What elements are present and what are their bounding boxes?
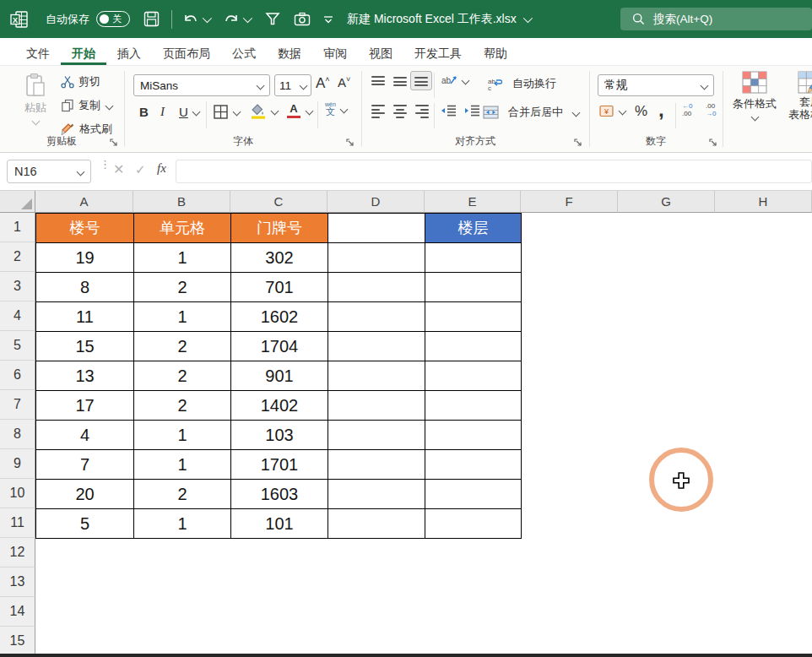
cell-E7[interactable]	[425, 391, 522, 421]
cell-B9[interactable]: 1	[134, 450, 231, 480]
cell-D9[interactable]	[328, 450, 425, 480]
cell-B1[interactable]: 单元格	[134, 214, 231, 243]
increase-font-size-button[interactable]: A˄	[316, 75, 330, 92]
camera-icon[interactable]	[294, 12, 311, 26]
cell-A7[interactable]: 17	[36, 391, 134, 421]
tab-插入[interactable]: 插入	[106, 47, 152, 65]
cell-B8[interactable]: 1	[134, 421, 231, 450]
font-size-combo[interactable]: 11	[274, 74, 311, 96]
wrap-text-button[interactable]: abc 自动换行	[488, 76, 556, 91]
align-center-button[interactable]	[393, 105, 407, 118]
redo-icon[interactable]	[223, 12, 240, 27]
cell-A9[interactable]: 7	[36, 450, 134, 480]
enter-icon[interactable]: ✓	[135, 163, 146, 176]
cell-C6[interactable]: 901	[231, 361, 328, 391]
cell-D2[interactable]	[328, 243, 425, 273]
copy-button[interactable]: 复制	[61, 98, 112, 113]
formula-bar-handle[interactable]: ⋮	[100, 161, 111, 167]
autosave-toggle[interactable]: 关	[96, 11, 130, 27]
decrease-indent-button[interactable]	[441, 105, 457, 117]
cancel-icon[interactable]: ✕	[113, 163, 124, 176]
row-header-3[interactable]: 3	[0, 272, 35, 301]
search-box[interactable]: 搜索(Alt+Q)	[620, 8, 812, 30]
tab-公式[interactable]: 公式	[221, 47, 267, 65]
italic-button[interactable]: I	[160, 105, 165, 119]
row-header-14[interactable]: 14	[0, 597, 35, 627]
cell-D6[interactable]	[328, 361, 425, 391]
redo-dropdown-icon[interactable]	[243, 13, 252, 22]
cell-A11[interactable]: 5	[36, 509, 134, 539]
cell-C7[interactable]: 1402	[231, 391, 328, 421]
tab-文件[interactable]: 文件	[15, 47, 61, 65]
insert-function-icon[interactable]: fx	[157, 161, 166, 176]
alignment-dialog-launcher-icon[interactable]	[574, 138, 582, 147]
cell-C3[interactable]: 701	[231, 273, 328, 302]
tab-开发工具[interactable]: 开发工具	[403, 47, 473, 65]
cell-B6[interactable]: 2	[134, 361, 231, 391]
customize-toolbar-icon[interactable]	[323, 15, 333, 24]
tab-页面布局[interactable]: 页面布局	[152, 47, 221, 65]
filter-icon[interactable]	[265, 12, 280, 26]
align-bottom-button-selected[interactable]	[410, 71, 432, 90]
column-header-A[interactable]: A	[35, 191, 133, 213]
underline-button[interactable]: U	[179, 105, 199, 119]
row-header-8[interactable]: 8	[0, 420, 35, 449]
cell-B3[interactable]: 2	[134, 273, 231, 302]
cell-A1[interactable]: 楼号	[36, 214, 134, 243]
row-header-9[interactable]: 9	[0, 449, 35, 479]
cell-C4[interactable]: 1602	[231, 302, 328, 332]
row-header-4[interactable]: 4	[0, 301, 35, 331]
decrease-decimal-button[interactable]: .00→0	[706, 103, 716, 118]
fill-color-button[interactable]	[251, 103, 278, 119]
cell-A4[interactable]: 11	[36, 302, 134, 332]
cell-E2[interactable]	[425, 243, 522, 273]
borders-button[interactable]	[214, 105, 240, 119]
accounting-format-button[interactable]: ¥	[599, 105, 625, 117]
cell-E9[interactable]	[425, 450, 522, 480]
cell-B10[interactable]: 2	[134, 480, 231, 509]
row-header-12[interactable]: 12	[0, 538, 35, 567]
font-color-button[interactable]: A	[287, 103, 312, 118]
increase-indent-button[interactable]	[464, 105, 480, 117]
phonetic-guide-button[interactable]: wén文	[325, 101, 347, 117]
format-as-table-button[interactable]: 套用表格格式	[783, 71, 812, 122]
cell-A2[interactable]: 19	[36, 243, 134, 273]
align-left-button[interactable]	[371, 105, 385, 118]
cell-D5[interactable]	[328, 332, 425, 361]
cell-D11[interactable]	[328, 509, 425, 539]
cell-C5[interactable]: 1704	[231, 332, 328, 361]
increase-decimal-button[interactable]: ←0.00	[682, 103, 692, 118]
save-icon[interactable]	[143, 11, 160, 27]
cell-E10[interactable]	[425, 480, 522, 509]
row-header-5[interactable]: 5	[0, 331, 35, 361]
cell-B5[interactable]: 2	[134, 332, 231, 361]
orientation-button[interactable]: ab	[441, 73, 468, 88]
row-header-11[interactable]: 11	[0, 508, 35, 538]
name-box[interactable]: N16	[7, 160, 91, 183]
cell-E1[interactable]: 楼层	[425, 214, 522, 243]
row-header-1[interactable]: 1	[0, 213, 35, 242]
tab-审阅[interactable]: 审阅	[312, 47, 358, 65]
number-dialog-launcher-icon[interactable]	[709, 138, 717, 147]
cell-D7[interactable]	[328, 391, 425, 421]
cell-C11[interactable]: 101	[231, 509, 328, 539]
percent-style-button[interactable]: %	[635, 103, 647, 120]
column-header-F[interactable]: F	[521, 191, 618, 213]
font-dialog-launcher-icon[interactable]	[346, 138, 355, 147]
select-all-button[interactable]	[0, 191, 35, 213]
title-dropdown-icon[interactable]	[522, 13, 532, 22]
cell-C9[interactable]: 1701	[231, 450, 328, 480]
cell-E3[interactable]	[425, 273, 522, 302]
paste-button[interactable]: 粘贴	[17, 73, 54, 124]
cell-C8[interactable]: 103	[231, 421, 328, 450]
row-header-10[interactable]: 10	[0, 479, 35, 508]
font-name-combo[interactable]: MiSans	[133, 74, 270, 96]
row-header-7[interactable]: 7	[0, 390, 35, 420]
clipboard-dialog-launcher-icon[interactable]	[110, 138, 118, 147]
merge-center-button[interactable]: 合并后居中	[483, 105, 579, 120]
align-top-button[interactable]	[371, 76, 385, 87]
tab-数据[interactable]: 数据	[267, 47, 312, 65]
number-format-combo[interactable]: 常规	[598, 74, 714, 96]
cell-C10[interactable]: 1603	[231, 480, 328, 509]
align-middle-button[interactable]	[393, 76, 407, 87]
